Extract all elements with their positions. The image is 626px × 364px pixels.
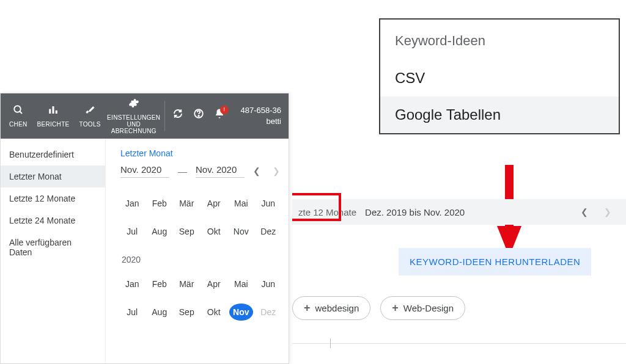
- plus-icon: +: [304, 302, 311, 315]
- month-cell[interactable]: Mär: [175, 195, 199, 212]
- month-cell[interactable]: Feb: [148, 195, 172, 212]
- help-icon: [193, 108, 204, 122]
- month-cell[interactable]: Nov: [229, 223, 253, 240]
- month-cell[interactable]: Sep: [175, 304, 199, 321]
- month-cell[interactable]: Jan: [120, 275, 144, 293]
- month-cell[interactable]: Apr: [202, 275, 226, 293]
- annotation-frame-icon: [292, 193, 341, 221]
- month-cell[interactable]: Mai: [229, 275, 253, 293]
- refresh-icon: [172, 108, 183, 122]
- reports-button[interactable]: BERICHTE: [32, 93, 75, 139]
- tools-label: TOOLS: [79, 121, 101, 128]
- range-dash: —: [178, 166, 187, 177]
- account-info[interactable]: 487-658-36 betti: [241, 105, 285, 127]
- help-button[interactable]: [188, 93, 209, 139]
- preset-last-12[interactable]: Letzte 12 Monate: [1, 187, 105, 209]
- month-cell[interactable]: Jun: [257, 275, 281, 293]
- range-to[interactable]: Nov. 2020: [196, 164, 245, 178]
- month-cell[interactable]: Dez: [257, 223, 281, 240]
- popup-option-csv[interactable]: CSV: [380, 60, 619, 96]
- notification-badge: !: [220, 106, 229, 114]
- date-picker-body: Benutzerdefiniert Letzter Monat Letzte 1…: [1, 139, 289, 363]
- month-cell[interactable]: Jul: [120, 304, 144, 321]
- calendar-next[interactable]: ❯: [273, 166, 280, 176]
- calendar-range-row: Nov. 2020 — Nov. 2020 ❮ ❯: [120, 164, 280, 178]
- month-cell[interactable]: Sep: [175, 223, 199, 240]
- calendar-nav: ❮ ❯: [253, 166, 280, 176]
- preset-last-month[interactable]: Letzter Monat: [1, 166, 105, 187]
- svg-point-0: [14, 106, 21, 112]
- reports-label: BERICHTE: [37, 121, 70, 128]
- search-icon: [13, 104, 24, 118]
- plus-icon: +: [392, 302, 399, 315]
- svg-rect-2: [49, 109, 51, 114]
- chart-axis-tick: [330, 338, 331, 348]
- range-next[interactable]: ❯: [604, 207, 611, 217]
- calendar-year-label: 2020: [122, 255, 280, 264]
- gear-icon: [128, 98, 139, 112]
- chip-label: Web-Design: [403, 303, 454, 313]
- month-grid-year2: Jan Feb Mär Apr Mai Jun Jul Aug Sep Okt …: [120, 275, 280, 321]
- chip-label: webdesign: [315, 303, 359, 313]
- month-cell-disabled: Dez: [257, 304, 281, 321]
- calendar-prev[interactable]: ❮: [253, 166, 260, 176]
- month-cell[interactable]: Feb: [148, 275, 172, 293]
- range-from[interactable]: Nov. 2020: [120, 164, 169, 178]
- account-name: betti: [241, 116, 282, 127]
- month-cell[interactable]: Mai: [229, 195, 253, 212]
- settings-billing-button[interactable]: EINSTELLUNGEN UND ABRECHNUNG: [106, 93, 162, 139]
- month-cell[interactable]: Jul: [120, 223, 144, 240]
- month-grid-year1: Jan Feb Mär Apr Mai Jun Jul Aug Sep Okt …: [120, 195, 280, 240]
- search-button[interactable]: CHEN: [4, 93, 32, 139]
- preset-custom[interactable]: Benutzerdefiniert: [1, 144, 105, 166]
- date-range-bar[interactable]: zte 12 Monate Dez. 2019 bis Nov. 2020 ❮ …: [292, 199, 626, 225]
- settings-label: EINSTELLUNGEN UND ABRECHNUNG: [107, 114, 160, 134]
- account-id: 487-658-36: [241, 105, 282, 116]
- search-label: CHEN: [9, 121, 28, 128]
- svg-point-6: [198, 115, 199, 117]
- month-cell[interactable]: Mär: [175, 275, 199, 293]
- range-prev[interactable]: ❮: [581, 207, 588, 217]
- top-toolbar: CHEN BERICHTE TOOLS EINSTELLUNGEN UND AB…: [1, 93, 289, 139]
- keyword-chip[interactable]: + Web-Design: [380, 296, 465, 320]
- svg-rect-4: [56, 111, 57, 114]
- range-value: Dez. 2019 bis Nov. 2020: [365, 207, 465, 217]
- month-cell[interactable]: Okt: [202, 304, 226, 321]
- month-cell[interactable]: Jun: [257, 195, 281, 212]
- popup-option-google-sheets[interactable]: Google Tabellen: [380, 96, 619, 133]
- chart-axis-line: [292, 343, 626, 344]
- preset-last-24[interactable]: Letzte 24 Monate: [1, 209, 105, 231]
- download-keyword-ideas-button[interactable]: KEYWORD-IDEEN HERUNTERLADEN: [399, 248, 591, 275]
- tools-icon: [84, 104, 95, 118]
- month-cell-selected[interactable]: Nov: [229, 304, 253, 321]
- date-picker-panel: CHEN BERICHTE TOOLS EINSTELLUNGEN UND AB…: [0, 93, 289, 364]
- download-format-popup: Keyword-Ideen CSV Google Tabellen: [379, 18, 620, 134]
- refresh-button[interactable]: [168, 93, 188, 139]
- month-cell[interactable]: Aug: [148, 223, 172, 240]
- notifications-button[interactable]: !: [209, 93, 230, 139]
- svg-line-1: [20, 111, 22, 114]
- preset-all[interactable]: Alle verfügbaren Daten: [1, 231, 105, 263]
- month-cell[interactable]: Aug: [148, 304, 172, 321]
- popup-heading: Keyword-Ideen: [380, 27, 619, 60]
- toolbar-divider: [164, 101, 165, 131]
- month-cell[interactable]: Apr: [202, 195, 226, 212]
- reports-icon: [48, 104, 59, 118]
- svg-rect-3: [53, 106, 54, 114]
- month-cell[interactable]: Jan: [120, 195, 144, 212]
- tools-button[interactable]: TOOLS: [75, 93, 106, 139]
- keyword-chip[interactable]: + webdesign: [292, 296, 370, 320]
- bell-icon: !: [214, 108, 225, 122]
- calendar-title: Letzter Monat: [120, 148, 280, 158]
- calendar-area: Letzter Monat Nov. 2020 — Nov. 2020 ❮ ❯ …: [106, 139, 289, 363]
- date-preset-list: Benutzerdefiniert Letzter Monat Letzte 1…: [1, 139, 106, 363]
- range-nav: ❮ ❯: [581, 207, 626, 217]
- month-cell[interactable]: Okt: [202, 223, 226, 240]
- keyword-chip-row: + webdesign + Web-Design: [292, 296, 465, 320]
